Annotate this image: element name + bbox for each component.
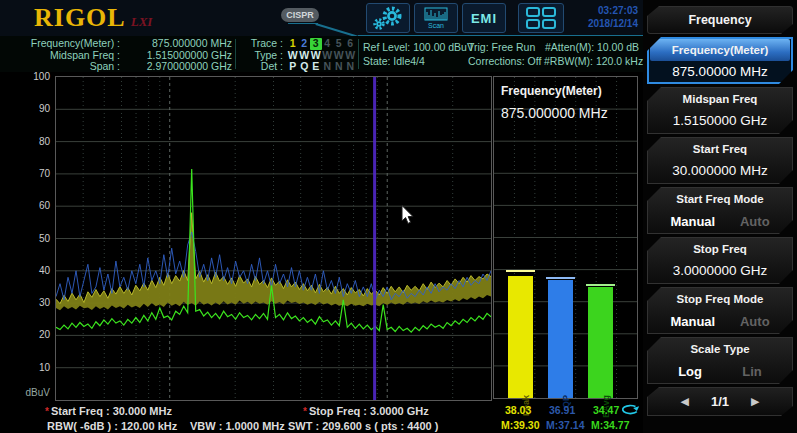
emi-mode-button[interactable]: EMI	[462, 3, 506, 33]
sidebar-item-midspan-freq[interactable]: Midspan Freq1.5150000 GHz	[647, 87, 793, 134]
ref-level: Ref Level: 100.00 dBuV	[363, 40, 474, 54]
y-tick-label: 20	[18, 329, 50, 340]
peak-value: 38.03	[505, 404, 531, 416]
sidebar-item-title: Stop Freq Mode	[648, 288, 792, 310]
trace-legend-item: E	[310, 61, 322, 73]
lxi-mark: LXI	[131, 14, 153, 29]
sidebar-item-scale-type[interactable]: Scale TypeLogLin	[647, 337, 793, 384]
det-label: Det :	[241, 61, 283, 73]
trace-legend-item: 4	[322, 38, 334, 50]
scan-button[interactable]: Scan	[414, 3, 458, 33]
mode-option-inactive[interactable]: Lin	[742, 364, 762, 379]
state: State: Idle4/4	[363, 54, 474, 68]
trace-legend-item: N	[333, 61, 345, 73]
sidebar-item-start-freq[interactable]: Start Freq30.000000 MHz	[647, 137, 793, 184]
trace-legend-item: N	[322, 61, 334, 73]
mouse-cursor-icon	[401, 205, 415, 229]
sidebar-item-stop-freq[interactable]: Stop Freq3.0000000 GHz	[647, 237, 793, 284]
date-display: 2018/12/14	[574, 17, 638, 30]
window-grid-icon	[525, 6, 557, 30]
y-tick-label: 80	[18, 136, 50, 147]
rbw-meter: #RBW(M): 120.0 kHz	[544, 54, 639, 68]
bandwidth-block: #Atten(M): 10.00 dB #RBW(M): 120.0 kHz	[544, 40, 639, 68]
mode-option-active[interactable]: Manual	[670, 214, 715, 229]
sidebar-item-value: 30.000000 MHz	[648, 160, 792, 178]
qp-max-value: M:37.14	[546, 419, 585, 431]
info-divider	[235, 39, 236, 69]
trace-legend-item: P	[287, 61, 299, 73]
coupled-marker: *	[45, 406, 49, 417]
ref-level-block: Ref Level: 100.00 dBuV State: Idle4/4	[363, 40, 474, 68]
mode-option-active[interactable]: Log	[678, 364, 702, 379]
meter-bars-panel: PeakQPEAvg Frequency(Meter) 875.000000 M…	[493, 76, 638, 399]
info-divider	[358, 39, 359, 69]
trace-numbers: 123456	[287, 38, 356, 50]
freq-meter-label: Frequency(Meter) :	[8, 38, 120, 50]
sidebar-item-stop-freq-mode[interactable]: Stop Freq ModeManualAuto	[647, 287, 793, 334]
sidebar-item-value: 875.00000 MHz	[649, 61, 791, 79]
sidebar-item-title: Stop Freq	[648, 238, 792, 260]
meter-readout-label: Frequency(Meter)	[501, 84, 608, 98]
sidebar-item-title: Start Freq Mode	[648, 188, 792, 210]
trace-legend-item: 2	[299, 38, 311, 50]
mode-option-inactive[interactable]: Auto	[740, 214, 770, 229]
meter-bar-qp: QP	[548, 280, 573, 399]
settings-button[interactable]	[366, 3, 410, 33]
trace-detectors: PQENNN	[287, 61, 356, 73]
y-axis-unit: dBuV	[18, 387, 50, 398]
chart-region: dBuV PeakQPEAvg Frequency(Meter) 875.000…	[0, 72, 643, 433]
qp-value: 36.91	[549, 404, 575, 416]
meter-readout: Frequency(Meter) 875.000000 MHz	[501, 84, 608, 121]
brand-logo: RIGOLLXI	[34, 3, 152, 33]
coupled-marker: *	[303, 406, 307, 417]
softkey-menu: Frequency Frequency(Meter)875.00000 MHzM…	[643, 0, 797, 433]
y-tick-label: 100	[18, 71, 50, 82]
start-freq-annotation: *Start Freq : 30.000 MHz	[45, 405, 172, 417]
trigger: Trig: Free Run	[468, 40, 541, 54]
top-bar: RIGOLLXI CISPR Scan EMI	[0, 0, 643, 36]
meter-bar-maxhold-line	[546, 277, 575, 279]
y-tick-label: 90	[18, 103, 50, 114]
y-tick-label: 30	[18, 297, 50, 308]
pager-next-button[interactable]: ▶	[751, 395, 759, 408]
freq-meter-value: 875.000000 MHz	[120, 38, 232, 50]
sidebar-item-title: Frequency(Meter)	[650, 39, 790, 61]
swt-annotation: SWT : 209.600 s ( pts : 4400 )	[288, 420, 438, 432]
y-tick-label: 70	[18, 168, 50, 179]
window-layout-button[interactable]	[518, 3, 564, 33]
corrections: Corrections: Off	[468, 54, 541, 68]
mode-option-inactive[interactable]: Auto	[740, 314, 770, 329]
sidebar-item-modes: LogLin	[648, 360, 792, 379]
emi-button-label: EMI	[471, 11, 497, 26]
sidebar-item-title: Scale Type	[648, 338, 792, 360]
clock: 03:27:03 2018/12/14	[574, 4, 638, 30]
mode-option-active[interactable]: Manual	[670, 314, 715, 329]
brand-name: RIGOL	[34, 3, 126, 32]
eavg-max-value: M:34.77	[591, 419, 630, 431]
peak-max-value: M:39.30	[501, 419, 540, 431]
menu-items: Frequency(Meter)875.00000 MHzMidspan Fre…	[647, 37, 793, 384]
meter-bar-maxhold-line	[506, 270, 535, 272]
sidebar-item-frequency-meter-[interactable]: Frequency(Meter)875.00000 MHz	[647, 37, 793, 84]
spectrum-analyzer-screen: RIGOLLXI CISPR Scan EMI	[0, 0, 797, 433]
frequency-info-block: Frequency(Meter) :875.000000 MHz Midspan…	[8, 38, 232, 73]
header-divider	[288, 23, 318, 24]
gear-icon	[370, 5, 406, 31]
pager-page-indicator: 1/1	[711, 394, 729, 409]
sidebar-item-start-freq-mode[interactable]: Start Freq ModeManualAuto	[647, 187, 793, 234]
y-tick-label: 40	[18, 265, 50, 276]
sidebar-item-title: Start Freq	[648, 138, 792, 160]
menu-title: Frequency	[647, 6, 793, 34]
rbw-annotation: RBW( -6dB ) : 120.00 kHz	[47, 420, 177, 432]
spectrum-plot[interactable]	[55, 76, 492, 401]
meter-bar-eavg: EAvg	[588, 287, 613, 398]
y-tick-label: 10	[18, 362, 50, 373]
measurement-info-bar: Frequency(Meter) :875.000000 MHz Midspan…	[0, 36, 643, 72]
trace-status-block: Trace :123456 Type :WWWWWW Det :PQENNN	[241, 38, 357, 73]
eavg-value: 34.47	[593, 404, 619, 416]
meter-bar-peak: Peak	[508, 276, 533, 398]
sidebar-item-value: 3.0000000 GHz	[648, 260, 792, 278]
trace-label: Trace :	[241, 38, 283, 50]
trace-legend-item: N	[345, 61, 357, 73]
pager-prev-button[interactable]: ◀	[680, 395, 688, 408]
